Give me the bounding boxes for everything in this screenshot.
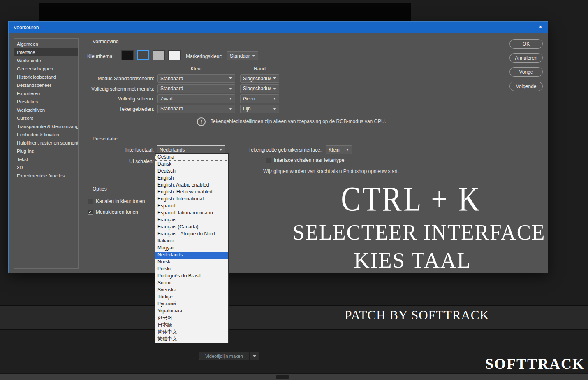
language-option-[interactable]: 日本語 (155, 322, 228, 329)
kleur-dropdown-row-4-value: Standaard (160, 106, 183, 112)
language-option-english-hebrew-enabled[interactable]: English: Hebrew enabled (155, 189, 228, 196)
kleur-dropdown-row-3[interactable]: Zwart (157, 94, 235, 103)
overlay-instruction-line2: SELECTEER INTERFACE (293, 221, 532, 243)
sidebar-item-historielogbestand[interactable]: Historielogbestand (14, 73, 78, 81)
rand-dropdown-row-1-value: Slagschaduw (243, 76, 271, 82)
rand-dropdown-row-2-value: Slagschaduw (243, 86, 271, 91)
sidebar-item-bestandsbeheer[interactable]: Bestandsbeheer (14, 81, 78, 89)
language-option-čeština[interactable]: Čeština (155, 154, 228, 161)
kleurthema-label: Kleurthema: (87, 54, 114, 59)
chevron-down-icon (229, 98, 232, 100)
language-option-português-do-brasil[interactable]: Português do Brasil (155, 273, 228, 280)
sidebar-list: AlgemeenInterfaceWerkruimteGereedschappe… (14, 38, 79, 269)
theme-swatch-3[interactable] (153, 50, 165, 60)
column-header-rand: Rand (240, 66, 279, 72)
dialog-titlebar[interactable]: Voorkeuren ✕ (9, 22, 548, 33)
markeringskleur-value: Standaard (230, 53, 250, 59)
language-option-français-canada[interactable]: Français (Canada) (155, 224, 228, 231)
language-option-svenska[interactable]: Svenska (155, 287, 228, 294)
sidebar-item-plug-ins[interactable]: Plug-ins (14, 147, 78, 155)
theme-swatch-2[interactable] (137, 50, 149, 60)
chevron-down-icon (229, 88, 232, 90)
language-option-türkçe[interactable]: Türkçe (155, 294, 228, 301)
interfacetaal-label: Interfacetaal: (85, 147, 154, 153)
volgende-button[interactable]: Volgende (509, 82, 543, 91)
chevron-down-icon (273, 108, 276, 110)
chevron-down-icon (346, 149, 349, 151)
language-option-русский[interactable]: Русский (155, 301, 228, 308)
sidebar-item-experimentele-functies[interactable]: Experimentele functies (14, 172, 78, 180)
language-option-dansk[interactable]: Dansk (155, 161, 228, 168)
checkbox-unchecked-icon (88, 199, 93, 204)
kleur-dropdown-row-1-value: Standaard (160, 76, 183, 82)
sidebar-item-gereedschappen[interactable]: Gereedschappen (14, 65, 78, 73)
horizontal-scrollbar[interactable] (0, 373, 588, 380)
close-icon[interactable]: ✕ (538, 24, 543, 30)
screen-mode-label-3: Volledig scherm: (85, 96, 154, 102)
language-option-nederlands[interactable]: Nederlands (155, 252, 228, 259)
rand-dropdown-row-1[interactable]: Slagschaduw (240, 74, 279, 83)
vorige-button[interactable]: Vorige (509, 67, 543, 77)
language-option-english-international[interactable]: English: International (155, 196, 228, 203)
option-kanalen-in-kleur-tonen[interactable]: Kanalen in kleur tonen (88, 198, 145, 204)
kleur-dropdown-row-1[interactable]: Standaard (157, 74, 235, 83)
sidebar-item-exporteren[interactable]: Exporteren (14, 89, 78, 98)
sidebar-item-werkschijven[interactable]: Werkschijven (14, 106, 78, 114)
option-menukleuren-tonen[interactable]: ✓Menukleuren tonen (88, 209, 138, 215)
language-option-українська[interactable]: Українська (155, 308, 228, 315)
create-video-timeline-button[interactable]: Videotijdlijn maken (199, 352, 249, 360)
interfacetaal-dropdown[interactable]: Nederlands (157, 145, 225, 154)
language-option-français[interactable]: Français (155, 217, 228, 224)
screen-mode-label-4: Tekengebieden: (85, 106, 154, 112)
language-option-deutsch[interactable]: Deutsch (155, 168, 228, 175)
language-option-polski[interactable]: Polski (155, 266, 228, 273)
language-option-español[interactable]: Español (155, 203, 228, 210)
sidebar-item-prestaties[interactable]: Prestaties (14, 98, 78, 106)
sidebar-item-werkruimte[interactable]: Werkruimte (14, 56, 78, 65)
sidebar-item-3d[interactable]: 3D (14, 163, 78, 172)
language-option-italiano[interactable]: Italiano (155, 238, 228, 245)
chevron-down-icon (273, 88, 276, 90)
sidebar-item-tekst[interactable]: Tekst (14, 155, 78, 163)
scrollbar-thumb[interactable] (276, 375, 289, 379)
sidebar-item-cursors[interactable]: Cursors (14, 114, 78, 122)
language-option-[interactable]: 简体中文 (155, 329, 228, 336)
sidebar-item-transparantie-kleuromvang[interactable]: Transparantie & kleuromvang (14, 122, 78, 131)
kleur-dropdown-row-2[interactable]: Standaard (157, 84, 235, 93)
theme-swatch-4[interactable] (168, 50, 181, 60)
language-option-english-arabic-enabled[interactable]: English: Arabic enabled (155, 182, 228, 189)
sidebar-item-eenheden-linialen[interactable]: Eenheden & linialen (14, 131, 78, 139)
language-option-magyar[interactable]: Magyar (155, 245, 228, 252)
rand-dropdown-row-2[interactable]: Slagschaduw (240, 84, 279, 93)
timeline-dropdown-button[interactable] (250, 352, 259, 360)
sidebar-item-algemeen[interactable]: Algemeen (14, 40, 78, 48)
dialog-title: Voorkeuren (14, 25, 39, 30)
sidebar-item-hulplijnen-raster-en-segmenten[interactable]: Hulplijnen, raster en segmenten (14, 139, 78, 147)
overlay-instruction-line3: KIES TAAL (289, 249, 536, 271)
top-black-panel (39, 3, 411, 21)
language-option-norsk[interactable]: Norsk (155, 259, 228, 266)
rand-dropdown-row-4[interactable]: Lijn (240, 105, 279, 113)
markeringskleur-dropdown[interactable]: Standaard (227, 51, 258, 60)
ok-button[interactable]: OK (509, 39, 543, 49)
group-label: Presentatie (90, 136, 120, 142)
annuleren-button[interactable]: Annuleren (509, 53, 543, 63)
screen-mode-label-2: Volledig scherm met menu's: (85, 86, 154, 92)
info-note: Tekengebiedinstellingen zijn alleen van … (211, 119, 386, 124)
language-option-[interactable]: 한국어 (155, 315, 228, 322)
language-option-español-latinoamericano[interactable]: Español: latinoamericano (155, 210, 228, 217)
language-option-français-afrique-du-nord[interactable]: Français : Afrique du Nord (155, 231, 228, 238)
tekengrootte-dropdown[interactable]: Klein (326, 145, 352, 154)
option-interface-schalen-naar-lettertype[interactable]: Interface schalen naar lettertype (266, 157, 344, 163)
interfacetaal-value: Nederlands (160, 147, 185, 153)
chevron-down-icon (252, 55, 255, 57)
theme-swatch-1[interactable] (121, 50, 134, 60)
language-option-[interactable]: 繁體中文 (155, 336, 228, 343)
checkbox-checked-icon: ✓ (88, 210, 93, 215)
sidebar-item-interface[interactable]: Interface (14, 48, 78, 56)
rand-dropdown-row-3-value: Geen (243, 96, 255, 102)
rand-dropdown-row-3[interactable]: Geen (240, 94, 279, 103)
kleur-dropdown-row-4[interactable]: Standaard (157, 105, 235, 113)
language-option-suomi[interactable]: Suomi (155, 280, 228, 287)
language-option-english[interactable]: English (155, 175, 228, 182)
